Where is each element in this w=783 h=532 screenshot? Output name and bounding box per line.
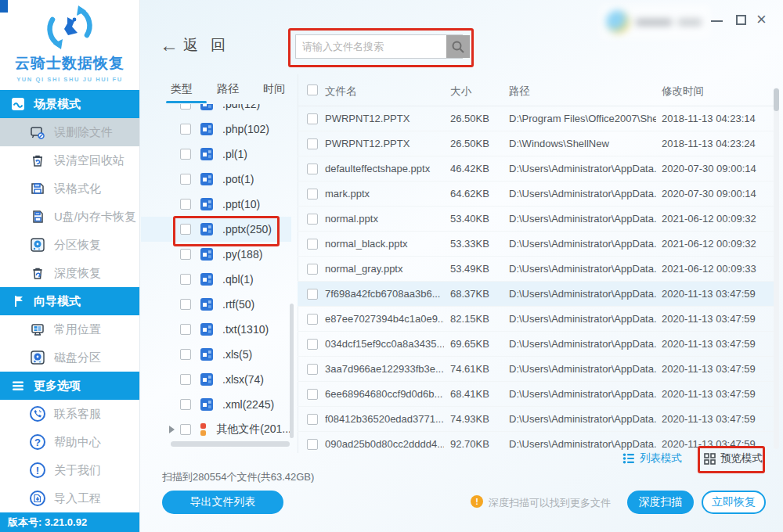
table-row[interactable]: 034dcf15ef9cc0a8a3435... 69.65KB D:\User… bbox=[298, 332, 774, 357]
checkbox[interactable] bbox=[180, 299, 191, 310]
sidebar-section-more-options: 更多选项 bbox=[0, 372, 139, 400]
preview-mode-toggle[interactable]: 预览模式 bbox=[704, 451, 763, 466]
tree-item[interactable]: .txt(1310) bbox=[141, 317, 291, 342]
table-row[interactable]: PWRPNT12.PPTX 26.50KB D:\Windows\ShellNe… bbox=[298, 131, 774, 156]
sidebar-item-import-project[interactable]: 导入工程 bbox=[0, 484, 139, 512]
tree-item[interactable]: .xlsx(74) bbox=[141, 367, 291, 392]
table-row[interactable]: PWRPNT12.PPTX 26.50KB D:\Program Files\O… bbox=[298, 106, 774, 131]
checkbox[interactable] bbox=[307, 239, 318, 250]
checkbox[interactable] bbox=[307, 214, 318, 225]
tree-item[interactable]: .xml(2245) bbox=[141, 392, 291, 417]
table-row[interactable]: 6ee68964680ccf9d0d6b... 68.41KB D:\Users… bbox=[298, 382, 774, 407]
export-file-list-button[interactable]: 导出文件列表 bbox=[162, 491, 283, 514]
deep-scan-button[interactable]: 深度扫描 bbox=[627, 491, 694, 514]
checkbox[interactable] bbox=[180, 399, 191, 410]
checkbox[interactable] bbox=[307, 364, 318, 375]
checkbox[interactable] bbox=[180, 424, 191, 435]
search-input[interactable] bbox=[296, 35, 446, 58]
checkbox[interactable] bbox=[180, 374, 191, 385]
app-window: 云骑士数据恢复 YUN QI SHI SHU JU HUI FU 场景模式 误删… bbox=[0, 0, 783, 532]
sidebar-item-emptied-recycle-bin[interactable]: 误清空回收站 bbox=[0, 146, 139, 174]
close-button[interactable]: × bbox=[756, 10, 767, 29]
sidebar-item-contact-support[interactable]: 联系客服 bbox=[0, 400, 139, 428]
table-row[interactable]: 3aa7d966ae122933fb3e... 74.61KB D:\Users… bbox=[298, 357, 774, 382]
checkbox[interactable] bbox=[180, 174, 191, 185]
tree-item[interactable]: .pl(1) bbox=[141, 142, 291, 167]
checkbox[interactable] bbox=[180, 104, 191, 110]
table-row[interactable]: defaulteffectshape.pptx 46.42KB D:\Users… bbox=[298, 156, 774, 182]
checkbox[interactable] bbox=[180, 249, 191, 260]
tree-item[interactable]: .xls(5) bbox=[141, 342, 291, 367]
tab-path[interactable]: 路径 bbox=[217, 82, 239, 96]
column-header-path[interactable]: 路径 bbox=[509, 84, 530, 99]
sidebar-item-deep-recovery[interactable]: 深度恢复 bbox=[0, 259, 139, 287]
sidebar-item-deleted-files[interactable]: 误删除文件 bbox=[0, 118, 139, 146]
checkbox[interactable] bbox=[307, 138, 318, 149]
sidebar-item-usb-memory-card[interactable]: U盘/内存卡恢复 bbox=[0, 203, 139, 231]
sidebar-item-disk-partitions[interactable]: 磁盘分区 bbox=[0, 343, 139, 372]
table-row[interactable]: mark.pptx 64.62KB D:\Users\Administrator… bbox=[298, 182, 774, 207]
checkbox[interactable] bbox=[180, 349, 191, 360]
checkbox[interactable] bbox=[307, 113, 318, 124]
sidebar-item-partition-recovery[interactable]: 分区恢复 bbox=[0, 231, 139, 259]
checkbox[interactable] bbox=[307, 314, 318, 325]
select-all-checkbox[interactable] bbox=[307, 84, 318, 95]
recover-now-button[interactable]: 立即恢复 bbox=[702, 491, 766, 514]
tree-horizontal-scrollbar[interactable] bbox=[171, 441, 290, 447]
maximize-button[interactable] bbox=[736, 15, 746, 25]
checkbox[interactable] bbox=[307, 389, 318, 400]
checkbox[interactable] bbox=[307, 264, 318, 275]
tree-item[interactable]: .pdf(12) bbox=[141, 104, 291, 117]
checkbox[interactable] bbox=[307, 164, 318, 174]
table-scrollbar-thumb[interactable] bbox=[774, 88, 779, 111]
tab-time[interactable]: 时间 bbox=[263, 82, 285, 96]
sidebar-item-label: 关于我们 bbox=[54, 463, 101, 478]
list-mode-toggle[interactable]: 列表模式 bbox=[622, 451, 682, 466]
table-row[interactable]: e87ee7027394b4c1a0e9... 82.15KB D:\Users… bbox=[298, 307, 774, 332]
tree-item[interactable]: .rtf(50) bbox=[141, 292, 291, 317]
tab-type[interactable]: 类型 bbox=[171, 82, 193, 96]
pptx-file-icon bbox=[200, 173, 213, 185]
tree-item-pptx-selected[interactable]: .pptx(250) bbox=[141, 217, 291, 242]
sidebar-item-formatted[interactable]: 误格式化 bbox=[0, 174, 139, 203]
app-logo: 云骑士数据恢复 YUN QI SHI SHU JU HUI FU bbox=[0, 3, 139, 83]
checkbox[interactable] bbox=[180, 274, 191, 285]
tree-item-other-files[interactable]: 其他文件(201... bbox=[141, 417, 291, 442]
checkbox[interactable] bbox=[180, 324, 191, 335]
table-row[interactable]: normal_gray.pptx 53.49KB D:\Users\Admini… bbox=[298, 257, 774, 282]
checkbox[interactable] bbox=[307, 289, 318, 300]
sidebar-item-help-center[interactable]: ? 帮助中心 bbox=[0, 428, 139, 456]
version-bar: 版本号: 3.21.0.92 bbox=[0, 512, 139, 532]
tree-item[interactable]: .pot(1) bbox=[141, 167, 291, 192]
tree-item[interactable]: .py(188) bbox=[141, 242, 291, 267]
checkbox[interactable] bbox=[307, 414, 318, 425]
sidebar-section-scene-mode: 场景模式 bbox=[0, 90, 139, 118]
table-row-selected[interactable]: 7f698a42fcb6708aa3b6... 68.37KB D:\Users… bbox=[298, 282, 774, 307]
checkbox[interactable] bbox=[180, 224, 191, 235]
sidebar-item-common-locations[interactable]: 常用位置 bbox=[0, 315, 139, 343]
tree-vertical-scrollbar[interactable] bbox=[290, 304, 294, 438]
column-header-name[interactable]: 文件名 bbox=[325, 84, 357, 99]
sidebar-item-about-us[interactable]: ! 关于我们 bbox=[0, 456, 139, 484]
checkbox[interactable] bbox=[307, 439, 318, 450]
checkbox[interactable] bbox=[180, 124, 191, 135]
pptx-file-icon bbox=[200, 123, 213, 135]
expander-icon[interactable] bbox=[169, 426, 175, 433]
tree-item[interactable]: .php(102) bbox=[141, 117, 291, 142]
checkbox[interactable] bbox=[180, 149, 191, 160]
checkbox[interactable] bbox=[307, 189, 318, 200]
table-row[interactable]: normal.pptx 53.40KB D:\Users\Administrat… bbox=[298, 207, 774, 232]
search-button[interactable] bbox=[446, 35, 470, 58]
checkbox[interactable] bbox=[180, 199, 191, 210]
tree-item[interactable]: .ppt(10) bbox=[141, 192, 291, 217]
tree-item[interactable]: .qbl(1) bbox=[141, 267, 291, 292]
back-button[interactable]: ← 返回 bbox=[160, 35, 238, 56]
table-row[interactable]: f08412b36520edad3771... 74.93KB D:\Users… bbox=[298, 407, 774, 432]
column-header-size[interactable]: 大小 bbox=[450, 84, 471, 99]
checkbox[interactable] bbox=[307, 339, 318, 350]
minimize-button[interactable] bbox=[711, 20, 723, 22]
table-row[interactable]: normal_black.pptx 53.33KB D:\Users\Admin… bbox=[298, 232, 774, 257]
table-row[interactable]: 090ad25b0d80cc2dddd4... 92.70KB D:\Users… bbox=[298, 432, 774, 452]
pptx-file-icon bbox=[200, 148, 213, 160]
column-header-time[interactable]: 修改时间 bbox=[662, 84, 704, 99]
